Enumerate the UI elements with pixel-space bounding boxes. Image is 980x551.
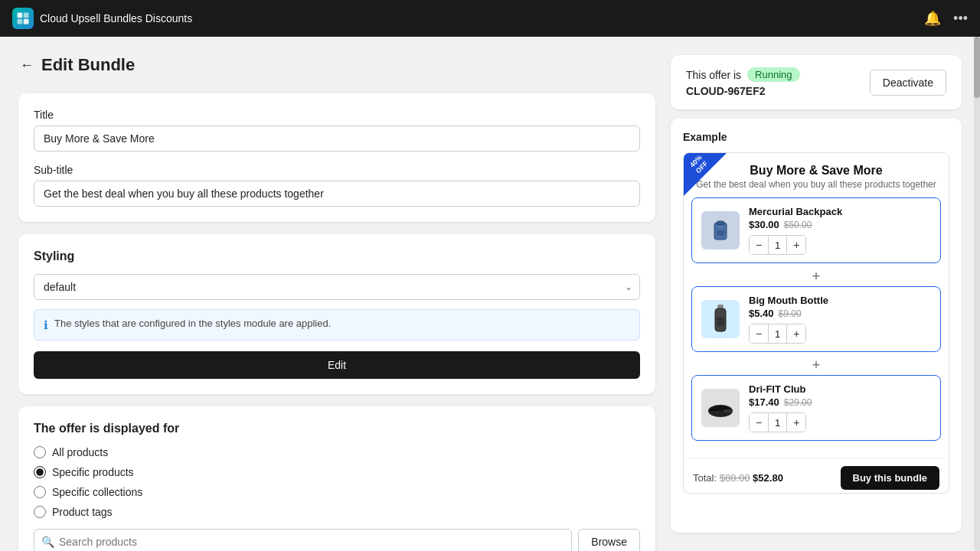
search-icon: 🔍: [41, 536, 54, 548]
svg-rect-0: [18, 13, 23, 18]
total-label: Total:: [693, 472, 717, 484]
buy-bundle-button[interactable]: Buy this bundle: [841, 466, 940, 490]
bundle-header: 40% OFF Buy More & Save More Get the bes…: [684, 153, 949, 197]
qty-control: − 1 +: [749, 324, 806, 344]
page-content: ← Edit Bundle Title Sub-title Styling de…: [0, 37, 980, 551]
info-text: The styles that are configured in the st…: [54, 318, 331, 329]
qty-control: − 1 +: [749, 235, 806, 255]
product-price-row: $5.40 $9.00: [749, 308, 931, 319]
search-input-wrap: 🔍: [34, 529, 572, 551]
qty-increase-button[interactable]: +: [787, 236, 805, 254]
svg-rect-9: [717, 317, 724, 326]
price-old: $50.00: [784, 220, 812, 230]
bundle-footer: Total: $88.00 $52.80 Buy this bundle: [684, 458, 949, 493]
qty-decrease-button[interactable]: −: [750, 413, 768, 432]
qty-increase-button[interactable]: +: [787, 324, 805, 343]
product-price-row: $17.40 $29.00: [749, 396, 931, 408]
product-image: [701, 389, 740, 427]
bundle-main-title: Buy More & Save More: [696, 164, 936, 178]
menu-icon[interactable]: •••: [953, 11, 968, 27]
search-input[interactable]: [34, 529, 572, 551]
styling-select-wrapper: default ⌄: [34, 274, 640, 300]
subtitle-label: Sub-title: [34, 164, 640, 176]
radio-tags[interactable]: Product tags: [34, 506, 640, 518]
radio-group: All products Specific products Specific …: [34, 446, 640, 518]
radio-specific-input[interactable]: [34, 466, 46, 478]
plus-connector: +: [691, 358, 941, 372]
qty-decrease-button[interactable]: −: [750, 324, 768, 343]
page-title: Edit Bundle: [41, 55, 135, 75]
product-details: Mercurial Backpack $30.00 $50.00 − 1 +: [749, 206, 931, 255]
product-details: Dri-FIT Club $17.40 $29.00 − 1 +: [749, 383, 931, 432]
page-header: ← Edit Bundle: [18, 55, 655, 75]
product-name: Mercurial Backpack: [749, 206, 931, 217]
price-new: $30.00: [749, 219, 779, 230]
topbar: Cloud Upsell Bundles Discounts 🔔 •••: [0, 0, 980, 37]
qty-decrease-button[interactable]: −: [750, 236, 768, 254]
table-row: Dri-FIT Club $17.40 $29.00 − 1 +: [691, 375, 941, 441]
title-input[interactable]: [34, 126, 640, 152]
product-image: [701, 211, 740, 249]
scrollbar-thumb[interactable]: [974, 37, 980, 98]
topbar-right: 🔔 •••: [924, 10, 968, 27]
title-group: Title: [34, 109, 640, 152]
qty-value: 1: [768, 236, 787, 254]
plus-connector: +: [691, 269, 941, 283]
styling-select[interactable]: default: [34, 274, 640, 300]
search-bar-wrap: 🔍 Browse: [34, 529, 640, 551]
deactivate-button[interactable]: Deactivate: [870, 70, 946, 96]
svg-rect-11: [724, 409, 733, 412]
left-column: ← Edit Bundle Title Sub-title Styling de…: [18, 55, 655, 533]
price-old: $9.00: [779, 308, 802, 319]
example-card: Example 40% OFF Buy More & Save More Get…: [671, 119, 962, 533]
total-text: Total: $88.00 $52.80: [693, 472, 783, 484]
styling-section-title: Styling: [34, 249, 640, 263]
radio-specific-label: Specific products: [52, 466, 134, 478]
app-icon: [12, 8, 34, 29]
total-new-price: $52.80: [753, 472, 783, 484]
subtitle-input[interactable]: [34, 181, 640, 207]
offer-id: CLOUD-967EF2: [686, 85, 800, 97]
info-box: ℹ The styles that are configured in the …: [34, 309, 640, 341]
offer-status-card: This offer is Running CLOUD-967EF2 Deact…: [671, 55, 962, 109]
display-for-card: The offer is displayed for All products …: [18, 406, 655, 551]
qty-increase-button[interactable]: +: [787, 413, 805, 432]
right-column: This offer is Running CLOUD-967EF2 Deact…: [671, 55, 962, 533]
scrollbar-track[interactable]: [974, 37, 980, 551]
browse-button[interactable]: Browse: [578, 529, 640, 551]
back-button[interactable]: ←: [18, 56, 35, 75]
radio-specific-products[interactable]: Specific products: [34, 466, 640, 478]
radio-tags-input[interactable]: [34, 506, 46, 518]
svg-rect-3: [24, 19, 29, 24]
product-name: Dri-FIT Club: [749, 383, 931, 395]
title-label: Title: [34, 109, 640, 121]
product-name: Big Mouth Bottle: [749, 295, 931, 306]
radio-all-input[interactable]: [34, 446, 46, 458]
product-image: [701, 300, 740, 338]
qty-control: − 1 +: [749, 412, 806, 432]
info-icon: ℹ: [44, 318, 48, 332]
table-row: Big Mouth Bottle $5.40 $9.00 − 1 +: [691, 286, 941, 352]
bundle-sub-title: Get the best deal when you buy all these…: [696, 179, 936, 190]
offer-status-left: This offer is Running CLOUD-967EF2: [686, 67, 800, 97]
svg-rect-5: [717, 221, 724, 225]
product-price-row: $30.00 $50.00: [749, 219, 931, 230]
qty-value: 1: [768, 324, 787, 343]
radio-collections-input[interactable]: [34, 486, 46, 498]
edit-button[interactable]: Edit: [34, 351, 640, 379]
radio-tags-label: Product tags: [52, 506, 113, 518]
product-details: Big Mouth Bottle $5.40 $9.00 − 1 +: [749, 295, 931, 344]
table-row: Mercurial Backpack $30.00 $50.00 − 1 +: [691, 197, 941, 263]
radio-collections-label: Specific collections: [52, 486, 142, 498]
radio-collections[interactable]: Specific collections: [34, 486, 640, 498]
offer-is-label: This offer is: [686, 69, 741, 81]
display-section-title: The offer is displayed for: [34, 422, 640, 435]
price-new: $17.40: [749, 396, 779, 408]
app-title: Cloud Upsell Bundles Discounts: [40, 12, 192, 24]
svg-rect-7: [717, 305, 724, 308]
notification-icon[interactable]: 🔔: [924, 10, 941, 27]
radio-all-products[interactable]: All products: [34, 446, 640, 458]
svg-rect-6: [717, 230, 724, 236]
total-old-price: $88.00: [720, 472, 750, 484]
status-badge: Running: [747, 67, 799, 82]
